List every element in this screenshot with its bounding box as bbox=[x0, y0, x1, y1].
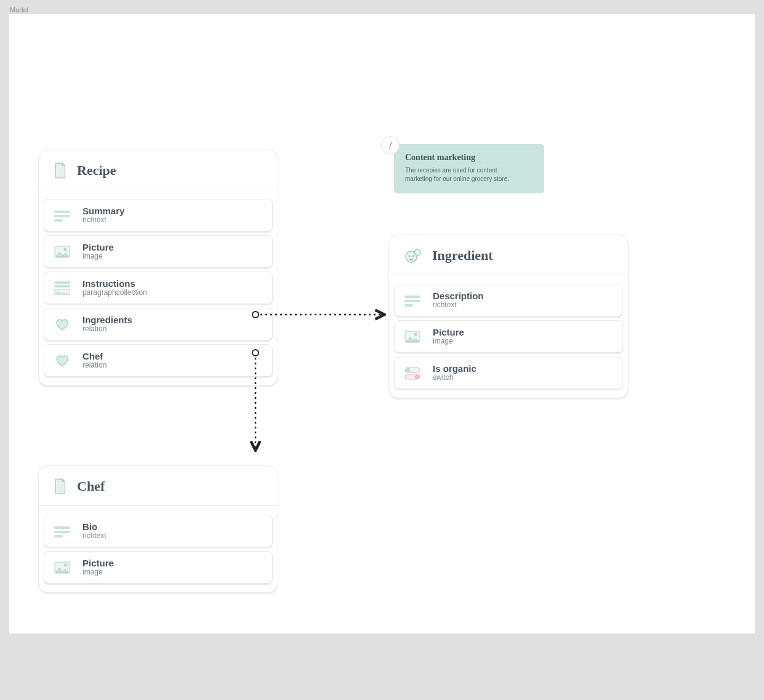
svg-rect-3 bbox=[54, 219, 63, 222]
field-row[interactable]: Bio richtext bbox=[44, 515, 273, 547]
svg-rect-24 bbox=[54, 535, 63, 537]
field-name: Description bbox=[433, 291, 484, 301]
svg-rect-2 bbox=[54, 215, 70, 217]
model-ingredient[interactable]: Ingredient Description richtext bbox=[388, 235, 629, 398]
svg-point-21 bbox=[416, 375, 419, 378]
field-type: richtext bbox=[82, 532, 107, 541]
info-title: Content marketing bbox=[405, 153, 533, 163]
info-icon bbox=[381, 136, 400, 155]
svg-rect-7 bbox=[54, 285, 70, 288]
info-text: The recepies are used for content market… bbox=[405, 166, 510, 183]
image-icon bbox=[53, 244, 71, 259]
field-row[interactable]: Ingredients relation bbox=[44, 308, 273, 340]
field-name: Picture bbox=[433, 327, 464, 337]
document-icon bbox=[54, 163, 67, 179]
field-name: Bio bbox=[82, 521, 107, 532]
svg-point-10 bbox=[414, 249, 420, 255]
field-type: image bbox=[433, 337, 464, 346]
document-icon bbox=[54, 478, 67, 494]
field-type: switch bbox=[433, 374, 476, 382]
field-row[interactable]: Picture image bbox=[394, 320, 623, 353]
field-row[interactable]: Is organic switch bbox=[394, 356, 623, 389]
field-name: Chef bbox=[82, 351, 107, 361]
image-icon bbox=[403, 329, 422, 344]
switch-icon bbox=[403, 366, 422, 380]
svg-rect-22 bbox=[54, 526, 70, 529]
field-name: Picture bbox=[82, 558, 114, 568]
richtext-icon bbox=[53, 208, 71, 223]
svg-rect-15 bbox=[404, 304, 413, 307]
field-type: paragraphcollection bbox=[82, 289, 147, 297]
svg-rect-14 bbox=[404, 300, 420, 302]
field-type: image bbox=[82, 252, 114, 261]
svg-rect-6 bbox=[54, 281, 70, 284]
field-name: Picture bbox=[82, 242, 114, 252]
svg-rect-1 bbox=[54, 211, 70, 213]
field-row[interactable]: Summary richtext bbox=[44, 199, 273, 231]
field-row[interactable]: Instructions paragraphcollection bbox=[44, 272, 273, 304]
field-list: Bio richtext Picture image bbox=[39, 506, 278, 592]
field-name: Summary bbox=[82, 206, 124, 216]
field-type: richtext bbox=[433, 301, 484, 310]
field-name: Is organic bbox=[433, 363, 476, 374]
svg-point-17 bbox=[414, 333, 417, 336]
svg-point-11 bbox=[409, 255, 410, 257]
canvas: Content marketing The recepies are used … bbox=[9, 14, 755, 634]
model-title: Ingredient bbox=[432, 247, 493, 264]
svg-point-19 bbox=[407, 368, 410, 371]
field-list: Summary richtext Picture image bbox=[39, 190, 278, 385]
field-list: Description richtext Picture image bbox=[389, 275, 628, 398]
svg-point-5 bbox=[64, 248, 66, 251]
field-row[interactable]: Chef relation bbox=[44, 344, 273, 377]
product-icon bbox=[404, 247, 422, 264]
frame-label: Model bbox=[10, 6, 28, 14]
svg-point-0 bbox=[389, 148, 390, 148]
svg-point-26 bbox=[64, 564, 66, 566]
richtext-icon bbox=[53, 524, 71, 539]
field-type: relation bbox=[82, 361, 107, 370]
relation-icon bbox=[53, 353, 71, 368]
field-type: relation bbox=[82, 325, 132, 334]
field-row[interactable]: Picture image bbox=[44, 551, 273, 584]
richtext-icon bbox=[403, 293, 422, 308]
relation-icon bbox=[53, 317, 71, 332]
info-callout: Content marketing The recepies are used … bbox=[394, 144, 544, 193]
svg-point-12 bbox=[412, 255, 414, 257]
field-row[interactable]: Picture image bbox=[44, 235, 273, 268]
svg-rect-23 bbox=[54, 531, 70, 533]
field-name: Instructions bbox=[82, 278, 147, 289]
field-name: Ingredients bbox=[82, 315, 132, 325]
model-title: Chef bbox=[77, 478, 105, 494]
field-row[interactable]: Description richtext bbox=[394, 284, 623, 316]
field-type: image bbox=[82, 568, 114, 577]
svg-rect-13 bbox=[404, 296, 420, 298]
image-icon bbox=[53, 560, 71, 575]
paragraph-icon bbox=[53, 281, 71, 296]
field-type: richtext bbox=[82, 216, 124, 225]
model-recipe[interactable]: Recipe Summary richtext bbox=[38, 150, 278, 386]
model-chef[interactable]: Chef Bio richtext Pi bbox=[38, 465, 278, 593]
model-title: Recipe bbox=[77, 163, 116, 179]
